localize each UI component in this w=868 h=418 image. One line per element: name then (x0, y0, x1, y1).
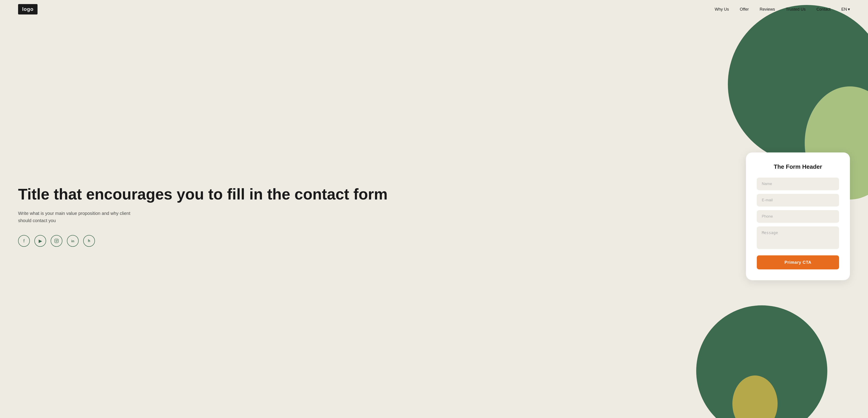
hero-subtitle: Write what is your main value propositio… (18, 210, 135, 224)
message-field-group (757, 227, 839, 250)
hero-title: Title that encourages you to fill in the… (18, 186, 451, 203)
message-textarea[interactable] (757, 227, 839, 249)
site-header: logo Why Us Offer Reviews Trusted Us Con… (0, 0, 868, 19)
nav-why-us[interactable]: Why Us (715, 7, 729, 12)
name-input[interactable] (757, 178, 839, 190)
linkedin-icon[interactable]: in (67, 235, 79, 247)
social-icons-group: f ▶ in h (18, 235, 451, 247)
lang-label: EN (841, 7, 847, 12)
hero-right-form: The Form Header Primary CTA (746, 152, 850, 280)
hero-left-content: Title that encourages you to fill in the… (18, 186, 451, 247)
primary-cta-button[interactable]: Primary CTA (757, 256, 839, 269)
email-input[interactable] (757, 194, 839, 207)
name-field-group (757, 178, 839, 190)
youtube-icon[interactable]: ▶ (34, 235, 46, 247)
houzz-icon[interactable]: h (83, 235, 95, 247)
lang-selector[interactable]: EN ▾ (841, 7, 850, 12)
phone-field-group (757, 210, 839, 223)
nav-contact[interactable]: Contact (816, 7, 831, 12)
svg-point-2 (57, 240, 58, 240)
contact-form-card: The Form Header Primary CTA (746, 152, 850, 280)
logo[interactable]: logo (18, 4, 37, 14)
facebook-icon[interactable]: f (18, 235, 30, 247)
svg-rect-0 (55, 239, 59, 243)
nav-reviews[interactable]: Reviews (760, 7, 775, 12)
main-nav: Why Us Offer Reviews Trusted Us Contact … (715, 7, 850, 12)
hero-section: Title that encourages you to fill in the… (0, 19, 868, 418)
phone-input[interactable] (757, 210, 839, 223)
form-header-title: The Form Header (757, 163, 839, 170)
nav-offer[interactable]: Offer (740, 7, 749, 12)
nav-trusted-us[interactable]: Trusted Us (786, 7, 806, 12)
instagram-icon[interactable] (51, 235, 62, 247)
svg-point-1 (56, 240, 57, 242)
lang-arrow-icon: ▾ (848, 7, 850, 12)
email-field-group (757, 194, 839, 207)
